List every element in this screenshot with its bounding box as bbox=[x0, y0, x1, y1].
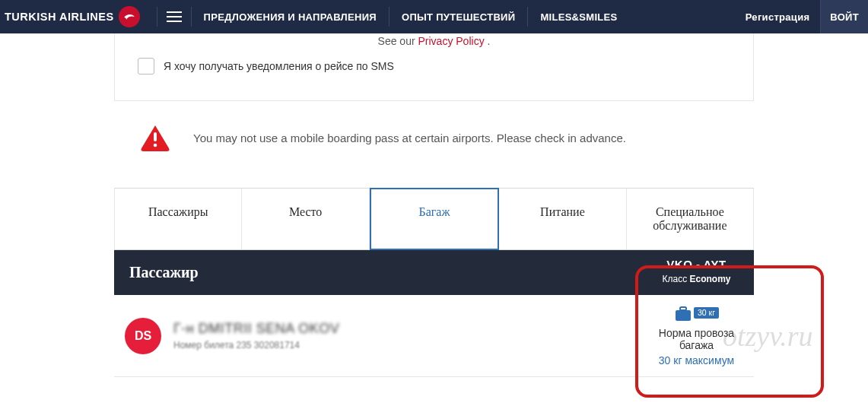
divider bbox=[527, 7, 528, 27]
route-code: VKO - AYT bbox=[639, 258, 754, 271]
warning-icon bbox=[140, 124, 170, 151]
baggage-badge: 30 кг bbox=[674, 306, 719, 319]
brand[interactable]: TURKISH AIRLINES bbox=[0, 6, 148, 27]
brand-text: TURKISH AIRLINES bbox=[5, 11, 114, 23]
hamburger-menu-icon[interactable] bbox=[167, 11, 182, 22]
top-nav: TURKISH AIRLINES ПРЕДЛОЖЕНИЯ И НАПРАВЛЕН… bbox=[0, 0, 868, 33]
nav-link-experience[interactable]: ОПЫТ ПУТЕШЕСТВИЙ bbox=[399, 11, 518, 23]
privacy-policy-link[interactable]: Privacy Policy bbox=[418, 35, 485, 47]
baggage-max-label[interactable]: 30 кг максимум bbox=[644, 354, 749, 366]
auth-area: Регистрация ВОЙТ bbox=[746, 0, 868, 33]
tab-special[interactable]: Специальное обслуживание bbox=[627, 189, 754, 249]
consent-panel: See our Privacy Policy . Я хочу получать… bbox=[114, 33, 754, 101]
baggage-norm-label: Норма провоза багажа bbox=[644, 327, 749, 351]
privacy-suffix: . bbox=[488, 35, 491, 47]
passenger-row: DS Г-н DMITRII SENA OKOV Номер билета 23… bbox=[114, 295, 754, 377]
privacy-prefix: See our bbox=[378, 35, 418, 47]
section-header: Пассажир VKO - AYT Класс Economy bbox=[114, 250, 754, 295]
baggage-cell: 30 кг Норма провоза багажа 30 кг максиму… bbox=[639, 295, 754, 376]
nav-link-miles[interactable]: MILES&SMILES bbox=[537, 11, 620, 23]
ticket-number: Номер билета 235 302081714 bbox=[173, 340, 339, 350]
header-passenger-col: Пассажир bbox=[114, 250, 639, 295]
passenger-name: Г-н DMITRII SENA OKOV bbox=[173, 321, 339, 337]
tab-baggage[interactable]: Багаж bbox=[370, 188, 499, 250]
avatar: DS bbox=[125, 318, 161, 354]
svg-rect-2 bbox=[676, 310, 691, 321]
warning-text: You may not use a mobile boarding pass a… bbox=[193, 132, 626, 144]
svg-rect-0 bbox=[154, 132, 157, 141]
nav-links: ПРЕДЛОЖЕНИЯ И НАПРАВЛЕНИЯ ОПЫТ ПУТЕШЕСТВ… bbox=[201, 7, 621, 27]
tab-passengers[interactable]: Пассажиры bbox=[114, 189, 242, 249]
route-class: Класс Economy bbox=[639, 274, 754, 284]
passenger-info: Г-н DMITRII SENA OKOV Номер билета 235 3… bbox=[173, 321, 339, 350]
divider bbox=[389, 7, 389, 27]
login-button[interactable]: ВОЙТ bbox=[820, 0, 868, 33]
warning-banner: You may not use a mobile boarding pass a… bbox=[114, 119, 754, 160]
divider bbox=[157, 7, 157, 27]
svg-point-1 bbox=[154, 144, 157, 147]
header-route-col: VKO - AYT Класс Economy bbox=[639, 250, 754, 295]
tab-seat[interactable]: Место bbox=[242, 189, 369, 249]
sms-consent-row: Я хочу получать уведомления о рейсе по S… bbox=[138, 58, 730, 75]
divider bbox=[191, 7, 192, 27]
weight-tag: 30 кг bbox=[694, 307, 719, 319]
passenger-left: DS Г-н DMITRII SENA OKOV Номер билета 23… bbox=[114, 295, 639, 376]
svg-rect-3 bbox=[680, 307, 686, 310]
tab-meals[interactable]: Питание bbox=[499, 189, 626, 249]
sms-consent-label: Я хочу получать уведомления о рейсе по S… bbox=[164, 60, 394, 72]
nav-link-offers[interactable]: ПРЕДЛОЖЕНИЯ И НАПРАВЛЕНИЯ bbox=[201, 11, 380, 23]
suitcase-icon bbox=[674, 306, 692, 319]
sms-consent-checkbox[interactable] bbox=[138, 58, 154, 75]
brand-logo-icon bbox=[119, 6, 140, 27]
tabs: Пассажиры Место Багаж Питание Специально… bbox=[114, 188, 754, 250]
register-link[interactable]: Регистрация bbox=[746, 11, 810, 23]
privacy-row: See our Privacy Policy . bbox=[138, 35, 730, 58]
